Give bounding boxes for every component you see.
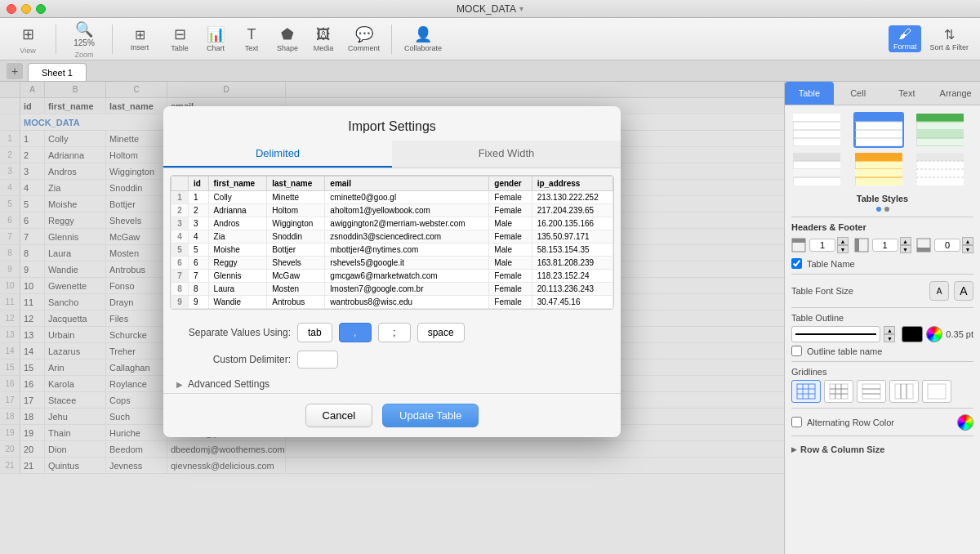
style-thumb-2[interactable]	[853, 112, 904, 148]
preview-cell[interactable]: wantrobus8@wisc.edu	[325, 296, 489, 309]
preview-cell[interactable]: 30.47.45.16	[532, 296, 612, 309]
collaborate-button[interactable]: 👤 Collaborate	[399, 24, 448, 54]
style-thumb-5[interactable]	[853, 151, 904, 187]
style-thumb-3[interactable]	[915, 112, 965, 148]
alt-row-color-picker[interactable]	[957, 414, 973, 431]
preview-cell[interactable]: Female	[489, 283, 532, 296]
preview-cell[interactable]: 213.130.222.252	[532, 191, 612, 204]
zoom-button[interactable]: 🔍 125%	[68, 19, 100, 49]
outline-line-preview[interactable]	[791, 326, 880, 342]
preview-cell[interactable]: Colly	[208, 191, 267, 204]
row-col-size-header[interactable]: ▶ Row & Column Size	[791, 441, 973, 458]
header-cols-up[interactable]: ▲	[900, 237, 911, 245]
preview-cell[interactable]: 163.81.208.239	[532, 257, 612, 270]
comment-button[interactable]: 💬 Comment	[343, 24, 385, 54]
style-thumb-4[interactable]	[791, 151, 842, 187]
preview-cell[interactable]: 2	[188, 204, 208, 217]
preview-cell[interactable]: 9	[188, 296, 208, 309]
outline-up[interactable]: ▲	[884, 326, 895, 334]
table-name-checkbox[interactable]	[791, 258, 802, 269]
preview-cell[interactable]: McGaw	[267, 270, 325, 283]
delim-space-button[interactable]: space	[417, 323, 465, 342]
header-rows-stepper[interactable]: ▲ ▼	[809, 237, 849, 253]
add-sheet-button[interactable]: +	[7, 63, 23, 79]
outline-down[interactable]: ▼	[884, 334, 895, 342]
header-rows-up[interactable]: ▲	[837, 237, 849, 245]
preview-cell[interactable]: Zia	[208, 230, 267, 243]
footer-rows-value[interactable]	[934, 239, 960, 252]
preview-cell[interactable]: gmcgaw6@marketwatch.com	[325, 270, 489, 283]
preview-cell[interactable]: Adrianna	[208, 204, 267, 217]
preview-cell[interactable]: aholtom1@yellowbook.com	[325, 204, 489, 217]
footer-rows-stepper[interactable]: ▲ ▼	[934, 237, 973, 253]
preview-cell[interactable]: Female	[489, 191, 532, 204]
header-cols-down[interactable]: ▼	[900, 245, 911, 253]
minimize-button[interactable]	[21, 4, 31, 14]
panel-tab-table[interactable]: Table	[785, 82, 834, 105]
shape-button[interactable]: ⬟ Shape	[271, 24, 304, 54]
preview-cell[interactable]: Mosten	[267, 283, 325, 296]
preview-cell[interactable]: 8	[188, 283, 208, 296]
delim-comma-button[interactable]: ,	[339, 323, 372, 342]
panel-tab-cell[interactable]: Cell	[834, 82, 883, 105]
header-rows-value[interactable]	[809, 239, 835, 252]
preview-cell[interactable]: Antrobus	[267, 296, 325, 309]
preview-cell[interactable]: 7	[188, 270, 208, 283]
preview-cell[interactable]: Male	[489, 243, 532, 257]
preview-cell[interactable]: 4	[188, 230, 208, 243]
preview-cell[interactable]: Wandie	[208, 296, 267, 309]
sort-filter-button[interactable]: ⇅ Sort & Filter	[924, 25, 973, 53]
delim-tab-button[interactable]: tab	[297, 323, 332, 342]
preview-cell[interactable]: 1	[188, 191, 208, 204]
font-decrease-button[interactable]: A	[929, 281, 949, 301]
style-thumb-1[interactable]	[791, 112, 842, 148]
gridline-none-button[interactable]	[922, 380, 951, 403]
preview-cell[interactable]: Female	[489, 204, 532, 217]
preview-cell[interactable]: Reggy	[208, 257, 267, 270]
preview-cell[interactable]: Laura	[208, 283, 267, 296]
delim-semicolon-button[interactable]: ;	[378, 323, 411, 342]
advanced-settings-row[interactable]: ▶ Advanced Settings	[163, 375, 621, 393]
color-wheel-button[interactable]	[926, 326, 942, 342]
gridline-col-button[interactable]	[889, 380, 919, 403]
style-thumb-6[interactable]	[915, 151, 965, 187]
sheet-tab-1[interactable]: Sheet 1	[28, 63, 87, 81]
preview-cell[interactable]: 135.50.97.171	[532, 230, 612, 243]
preview-cell[interactable]: zsnoddin3@sciencedirect.com	[325, 230, 489, 243]
outline-color-swatch[interactable]	[902, 326, 923, 342]
gridline-all-button[interactable]	[791, 380, 821, 403]
insert-button[interactable]: ⊞ Insert	[119, 25, 160, 53]
view-button[interactable]: ⊞	[11, 24, 44, 45]
preview-cell[interactable]: mbottjer4@nytimes.com	[325, 243, 489, 257]
footer-rows-up[interactable]: ▲	[962, 237, 973, 245]
table-button[interactable]: ⊟ Table	[163, 24, 196, 54]
traffic-lights[interactable]	[7, 4, 46, 14]
preview-cell[interactable]: Bottjer	[267, 243, 325, 257]
preview-cell[interactable]: 58.153.154.35	[532, 243, 612, 257]
panel-tab-text[interactable]: Text	[883, 82, 932, 105]
media-button[interactable]: 🖼 Media	[307, 25, 340, 54]
preview-cell[interactable]: 20.113.236.243	[532, 283, 612, 296]
custom-delimiter-input[interactable]	[297, 351, 338, 369]
preview-cell[interactable]: 5	[188, 243, 208, 257]
outline-name-checkbox[interactable]	[791, 346, 802, 356]
preview-cell[interactable]: 118.23.152.24	[532, 270, 612, 283]
preview-cell[interactable]: Male	[489, 217, 532, 230]
preview-cell[interactable]: 3	[188, 217, 208, 230]
preview-cell[interactable]: rshevels5@google.it	[325, 257, 489, 270]
tab-fixed-width[interactable]: Fixed Width	[392, 141, 621, 168]
preview-cell[interactable]: 6	[188, 257, 208, 270]
preview-cell[interactable]: 217.204.239.65	[532, 204, 612, 217]
panel-tab-arrange[interactable]: Arrange	[931, 82, 980, 105]
header-rows-down[interactable]: ▼	[837, 245, 849, 253]
preview-cell[interactable]: Moishe	[208, 243, 267, 257]
cancel-button[interactable]: Cancel	[305, 404, 372, 427]
preview-cell[interactable]: 16.200.135.166	[532, 217, 612, 230]
header-cols-value[interactable]	[872, 239, 898, 252]
preview-cell[interactable]: Female	[489, 230, 532, 243]
font-increase-button[interactable]: A	[954, 281, 973, 301]
preview-cell[interactable]: lmosten7@google.com.br	[325, 283, 489, 296]
preview-cell[interactable]: Female	[489, 270, 532, 283]
preview-cell[interactable]: awiggington2@merriam-webster.com	[325, 217, 489, 230]
text-button[interactable]: T Text	[235, 25, 268, 54]
